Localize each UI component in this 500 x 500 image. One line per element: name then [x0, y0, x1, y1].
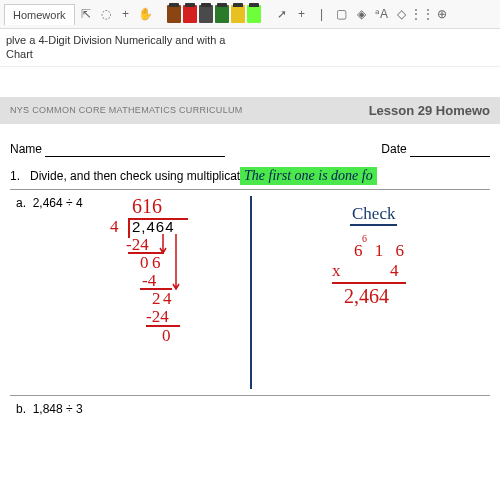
arrow-icon[interactable]: ➚: [273, 5, 291, 23]
hand-icon[interactable]: ✋: [137, 5, 155, 23]
link-icon[interactable]: ⇱: [77, 5, 95, 23]
step1-res: 0: [140, 254, 149, 272]
grid-icon[interactable]: ⋮⋮: [413, 5, 431, 23]
subtitle: plve a 4-Digit Division Numerically and …: [0, 29, 500, 67]
check-x: x: [332, 262, 341, 280]
select-icon[interactable]: ◌: [97, 5, 115, 23]
highlighted-note: The first one is done fo: [240, 167, 377, 185]
work-area-a: a. 2,464 ÷ 4 616 4 2,464 -24 0 6 -4 2 4 …: [10, 189, 490, 395]
name-date-fields: Name Date: [0, 124, 500, 165]
more-icon[interactable]: ⊕: [433, 5, 451, 23]
problem-a: a. 2,464 ÷ 4: [16, 196, 83, 210]
quotient: 616: [132, 196, 162, 217]
q-text: Divide, and then check using multiplicat…: [30, 169, 259, 183]
shape2-icon[interactable]: ◈: [353, 5, 371, 23]
subtitle-line1: plve a 4-Digit Division Numerically and …: [6, 33, 494, 47]
check-ans: 2,464: [344, 286, 389, 307]
text-icon[interactable]: ᵃA: [373, 5, 391, 23]
name-field: Name: [10, 142, 225, 157]
curriculum-label: NYS COMMON CORE MATHEMATICS CURRICULUM: [10, 105, 243, 115]
toolbar: Homework ⇱ ◌ + ✋ ➚ + | ▢ ◈ ᵃA ◇ ⋮⋮ ⊕: [0, 0, 500, 29]
highlighter-brown[interactable]: [167, 5, 181, 23]
highlighter-lime[interactable]: [247, 5, 261, 23]
check-top: 6 1 6: [354, 242, 408, 260]
plus-icon[interactable]: +: [117, 5, 135, 23]
divisor: 4: [110, 218, 119, 236]
step3-res: 0: [162, 327, 171, 345]
bring2: 4: [163, 290, 172, 308]
check-mult: 4: [390, 262, 399, 280]
lesson-title: Lesson 29 Homewo: [369, 103, 490, 118]
vertical-divider: [250, 196, 252, 389]
dividend: 2,464: [132, 218, 175, 235]
add-icon[interactable]: +: [293, 5, 311, 23]
highlighter-yellow[interactable]: [231, 5, 245, 23]
check-title: Check: [350, 204, 397, 226]
shape1-icon[interactable]: ▢: [333, 5, 351, 23]
worksheet: NYS COMMON CORE MATHEMATICS CURRICULUM L…: [0, 97, 500, 422]
date-field: Date: [381, 142, 490, 157]
eraser-icon[interactable]: ◇: [393, 5, 411, 23]
worksheet-header: NYS COMMON CORE MATHEMATICS CURRICULUM L…: [0, 97, 500, 124]
arrow1: [159, 234, 169, 258]
q-number: 1.: [10, 169, 20, 183]
arrow2: [172, 234, 182, 294]
step2-res: 2: [152, 290, 161, 308]
tab-homework[interactable]: Homework: [4, 4, 75, 25]
question-1: 1. Divide, and then check using multipli…: [0, 165, 500, 189]
step3-sub: -24: [146, 308, 169, 326]
highlighter-red[interactable]: [183, 5, 197, 23]
highlighter-gray[interactable]: [199, 5, 213, 23]
subtitle-line2: Chart: [6, 47, 494, 61]
problem-b: b. 1,848 ÷ 3: [10, 395, 490, 422]
divider-icon[interactable]: |: [313, 5, 331, 23]
highlighter-green[interactable]: [215, 5, 229, 23]
